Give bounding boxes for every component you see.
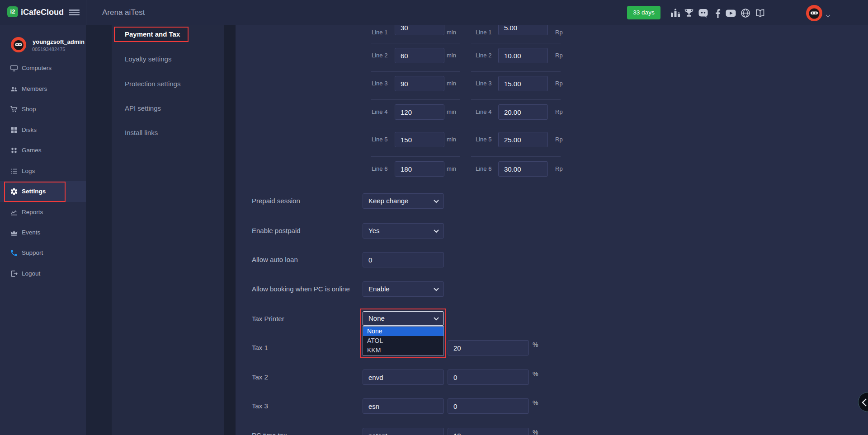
option-atol[interactable]: ATOL (363, 336, 443, 346)
row-divider (471, 128, 561, 128)
submenu-item-install-links[interactable]: Install links (112, 125, 224, 140)
row-divider (371, 43, 460, 43)
topbar: i2 iCafeCloud Arena aiTest 33 days (0, 0, 868, 25)
chevron-down-icon (434, 288, 439, 291)
line4-rp-unit: Rp (555, 104, 563, 120)
sidebar-item-members[interactable]: Members (0, 79, 86, 99)
line6-min-unit: min (447, 161, 456, 177)
tax3-rate-input[interactable] (448, 398, 529, 414)
sidebar-item-logout[interactable]: Logout (0, 263, 86, 284)
submenu-item-loyalty-settings[interactable]: Loyalty settings (112, 51, 224, 67)
line2-min-input[interactable] (395, 48, 444, 63)
line3-rp-label: Line 3 (476, 76, 491, 91)
line3-min-label: Line 3 (372, 76, 387, 91)
line1-rp-unit: Rp (555, 25, 563, 40)
pc-time-tax-rate-input[interactable] (448, 428, 529, 435)
line2-min-unit: min (447, 48, 456, 63)
tax3-label: Tax 3 (252, 398, 268, 414)
sidebar-item-support[interactable]: Support (0, 243, 86, 263)
enable-postpaid-value: Yes (368, 224, 379, 238)
submenu-item-api-settings[interactable]: API settings (112, 101, 224, 116)
facebook-icon[interactable] (714, 8, 725, 19)
line4-rp-input[interactable] (498, 104, 548, 120)
submenu-item-payment-and-tax[interactable]: Payment and Tax (112, 27, 224, 42)
sidebar-item-settings[interactable]: Settings (0, 181, 86, 202)
submenu-scroll-strip[interactable] (224, 25, 236, 435)
tax2-percent-unit: % (533, 370, 538, 378)
tax3-name-input[interactable] (363, 398, 444, 414)
row-divider (371, 128, 460, 128)
option-none[interactable]: None (363, 327, 443, 336)
sidebar-item-shop[interactable]: Shop (0, 99, 86, 120)
gear-icon (10, 187, 18, 196)
chevron-down-icon (434, 317, 439, 321)
youtube-icon[interactable] (725, 8, 736, 19)
allow-auto-loan-input[interactable] (363, 252, 444, 267)
crown-icon (10, 229, 18, 237)
enable-postpaid-select[interactable]: Yes (363, 223, 444, 239)
pc-time-tax-label: PC time tax (252, 428, 287, 435)
row-divider (371, 156, 460, 157)
menu-toggle-icon[interactable] (69, 9, 80, 15)
tax1-label: Tax 1 (252, 340, 268, 355)
line4-min-input[interactable] (395, 104, 444, 120)
cart-icon (10, 105, 18, 113)
prepaid-session-select[interactable]: Keep change (363, 193, 444, 209)
allow-auto-loan-label: Allow auto loan (252, 252, 298, 267)
sidebar-item-games[interactable]: Games (0, 140, 86, 161)
avatar-chevron-down-icon[interactable] (826, 11, 830, 19)
tax-printer-select[interactable]: None (363, 311, 444, 326)
gamepad-icon (10, 146, 18, 154)
option-kkm[interactable]: KKM (363, 346, 443, 355)
user-avatar[interactable] (806, 5, 822, 21)
line6-min-input[interactable] (395, 161, 444, 177)
line1-rp-input[interactable] (498, 25, 548, 35)
row-divider (471, 156, 561, 157)
line1-rp-label: Line 1 (476, 25, 491, 40)
enable-postpaid-label: Enable postpaid (252, 223, 301, 239)
allow-booking-label: Allow booking when PC is online (252, 281, 350, 297)
line6-rp-input[interactable] (498, 161, 548, 177)
payment-and-tax-panel: Line 1 min Line 2 min Line 3 min Line 4 … (236, 25, 868, 435)
chevron-left-icon (861, 398, 868, 407)
tax-printer-options: None ATOL KKM (363, 326, 444, 355)
tax2-rate-input[interactable] (448, 370, 529, 385)
tax1-percent-unit: % (533, 341, 538, 348)
pc-time-tax-name-input[interactable] (363, 428, 444, 435)
phone-icon (10, 249, 18, 257)
line1-min-unit: min (447, 25, 456, 40)
line3-rp-unit: Rp (555, 76, 563, 91)
sidebar-item-computers[interactable]: Computers (0, 58, 86, 79)
settings-submenu: Payment and Tax Loyalty settings Protect… (112, 25, 224, 435)
book-icon[interactable] (755, 8, 765, 19)
line5-rp-input[interactable] (498, 132, 548, 147)
tax1-rate-input[interactable] (448, 340, 529, 355)
allow-booking-select[interactable]: Enable (363, 281, 444, 297)
sidebar-item-events[interactable]: Events (0, 222, 86, 243)
globe-icon[interactable] (740, 8, 751, 19)
row-divider (471, 71, 561, 72)
line2-rp-input[interactable] (498, 48, 548, 63)
sidebar-gutter (86, 25, 112, 435)
tax-printer-value: None (368, 312, 385, 325)
line3-min-unit: min (447, 76, 456, 91)
tax-printer-label: Tax Printer (252, 311, 284, 327)
license-days-badge[interactable]: 33 days (627, 6, 660, 19)
submenu-item-protection-settings[interactable]: Protection settings (112, 76, 224, 92)
line3-min-input[interactable] (395, 76, 444, 91)
sidebar-item-reports[interactable]: Reports (0, 202, 86, 223)
topbar-divider (86, 0, 86, 25)
trophy-icon[interactable] (684, 8, 694, 19)
username: youngzsoft_admin (33, 38, 85, 45)
discord-icon[interactable] (698, 8, 708, 19)
line3-rp-input[interactable] (498, 76, 548, 91)
line1-min-input[interactable] (395, 25, 444, 35)
tax3-percent-unit: % (533, 399, 538, 407)
tax2-name-input[interactable] (363, 370, 444, 385)
sidebar-item-logs[interactable]: Logs (0, 161, 86, 182)
ranking-icon[interactable] (670, 8, 681, 19)
windows-icon (10, 126, 18, 134)
line5-rp-label: Line 5 (476, 132, 491, 147)
line5-min-input[interactable] (395, 132, 444, 147)
sidebar-item-disks[interactable]: Disks (0, 120, 86, 140)
